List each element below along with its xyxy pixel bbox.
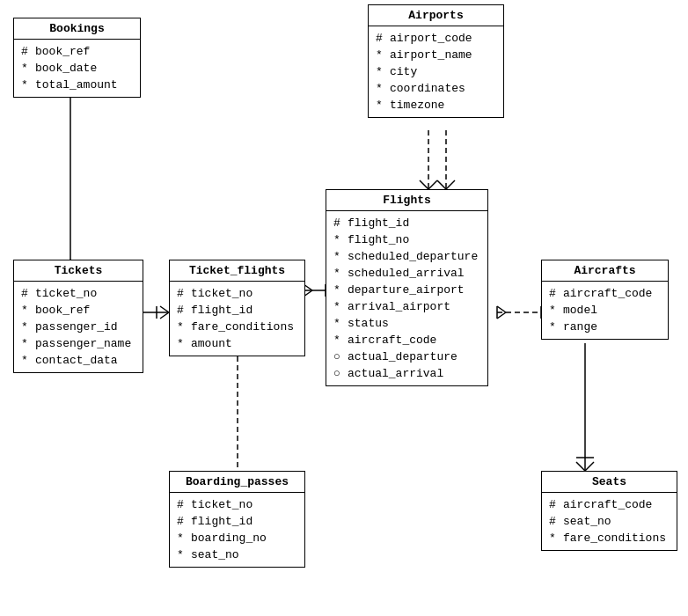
field-tf-flight-id: #flight_id	[177, 302, 297, 319]
entity-airports-title: Airports	[369, 5, 503, 26]
field-book-ref: #book_ref	[21, 43, 133, 60]
svg-line-26	[576, 462, 585, 471]
sym-hash: #	[549, 515, 563, 528]
entity-boarding-passes-body: #ticket_no #flight_id *boarding_no *seat…	[170, 493, 304, 567]
entity-seats: Seats #aircraft_code #seat_no *fare_cond…	[541, 471, 677, 551]
field-actual-dep: ○actual_departure	[333, 348, 480, 365]
entity-aircrafts: Aircrafts #aircraft_code *model *range	[541, 260, 669, 340]
sym-star: *	[177, 532, 191, 545]
field-city: *city	[376, 63, 496, 80]
field-status: *status	[333, 315, 480, 332]
field-ticket-no: #ticket_no	[21, 285, 135, 302]
field-amount: *amount	[177, 335, 297, 352]
entity-airports: Airports #airport_code *airport_name *ci…	[368, 4, 504, 118]
sym-star: *	[333, 317, 348, 330]
entity-ticket-flights: Ticket_flights #ticket_no #flight_id *fa…	[169, 260, 305, 356]
svg-line-18	[437, 180, 446, 189]
sym-star: *	[376, 65, 390, 78]
entity-flights-title: Flights	[326, 190, 487, 211]
field-airport-code: #airport_code	[376, 30, 496, 47]
sym-hash: #	[333, 216, 348, 230]
field-book-ref2: *book_ref	[21, 302, 135, 319]
field-s-aircraft-code: #aircraft_code	[549, 496, 670, 513]
entity-boarding-passes: Boarding_passes #ticket_no #flight_id *b…	[169, 471, 305, 568]
sym-star: *	[21, 78, 35, 92]
sym-hash: #	[177, 287, 191, 300]
sym-hash: #	[177, 304, 191, 317]
field-arr-airport: *arrival_airport	[333, 298, 480, 315]
sym-hash: #	[376, 32, 390, 45]
entity-aircrafts-body: #aircraft_code *model *range	[542, 282, 668, 339]
sym-star: *	[333, 250, 348, 263]
field-aircraft-code: *aircraft_code	[333, 332, 480, 348]
field-flight-no: *flight_no	[333, 231, 480, 248]
sym-star: *	[21, 354, 35, 367]
entity-tickets-title: Tickets	[14, 260, 143, 282]
sym-star: *	[376, 82, 390, 95]
sym-star: *	[376, 99, 390, 112]
sym-star: *	[177, 320, 191, 334]
sym-star: *	[333, 233, 348, 246]
sym-circle: ○	[333, 350, 348, 363]
sym-hash: #	[177, 498, 191, 511]
sym-star: *	[21, 62, 35, 75]
entity-seats-body: #aircraft_code #seat_no *fare_conditions	[542, 493, 677, 550]
sym-star: *	[177, 337, 191, 350]
entity-aircrafts-title: Aircrafts	[542, 260, 668, 282]
svg-line-22	[497, 312, 506, 319]
field-bp-ticket-no: #ticket_no	[177, 496, 297, 513]
field-sched-arr: *scheduled_arrival	[333, 265, 480, 282]
sym-star: *	[21, 320, 35, 334]
entity-boarding-passes-title: Boarding_passes	[170, 472, 304, 493]
field-boarding-no: *boarding_no	[177, 530, 297, 546]
field-timezone: *timezone	[376, 97, 496, 114]
field-airport-name: *airport_name	[376, 47, 496, 63]
entity-tickets-body: #ticket_no *book_ref *passenger_id *pass…	[14, 282, 143, 372]
sym-hash: #	[21, 45, 35, 58]
field-total-amount: *total_amount	[21, 77, 133, 93]
svg-line-27	[585, 462, 594, 471]
sym-star: *	[177, 548, 191, 561]
field-range: *range	[549, 319, 661, 335]
field-bp-flight-id: #flight_id	[177, 513, 297, 530]
svg-line-16	[420, 180, 428, 189]
field-coordinates: *coordinates	[376, 80, 496, 97]
sym-star: *	[549, 304, 563, 317]
field-book-date: *book_date	[21, 60, 133, 77]
svg-line-5	[160, 306, 169, 312]
sym-star: *	[21, 337, 35, 350]
sym-circle: ○	[333, 367, 348, 380]
field-fare-conditions: *fare_conditions	[177, 319, 297, 335]
sym-star: *	[376, 48, 390, 62]
field-dep-airport: *departure_airport	[333, 282, 480, 298]
field-model: *model	[549, 302, 661, 319]
sym-hash: #	[177, 515, 191, 528]
sym-star: *	[333, 300, 348, 313]
field-passenger-id: *passenger_id	[21, 319, 135, 335]
field-seat-no: *seat_no	[177, 546, 297, 563]
sym-star: *	[549, 532, 563, 545]
entity-ticket-flights-title: Ticket_flights	[170, 260, 304, 282]
svg-line-6	[160, 312, 169, 319]
field-flight-id: #flight_id	[333, 215, 480, 231]
sym-star: *	[21, 304, 35, 317]
sym-star: *	[549, 320, 563, 334]
field-sched-dep: *scheduled_departure	[333, 248, 480, 265]
field-tf-ticket-no: #ticket_no	[177, 285, 297, 302]
svg-line-21	[497, 306, 506, 312]
entity-flights: Flights #flight_id *flight_no *scheduled…	[326, 189, 488, 386]
sym-star: *	[333, 334, 348, 347]
entity-bookings-title: Bookings	[14, 18, 140, 40]
sym-star: *	[333, 267, 348, 280]
erd-diagram: Bookings #book_ref *book_date *total_amo…	[0, 0, 688, 616]
sym-hash: #	[549, 498, 563, 511]
entity-tickets: Tickets #ticket_no *book_ref *passenger_…	[13, 260, 143, 373]
svg-line-19	[446, 180, 455, 189]
sym-hash: #	[21, 287, 35, 300]
entity-flights-body: #flight_id *flight_no *scheduled_departu…	[326, 211, 487, 385]
entity-bookings-body: #book_ref *book_date *total_amount	[14, 40, 140, 97]
svg-line-17	[428, 180, 437, 189]
entity-airports-body: #airport_code *airport_name *city *coord…	[369, 26, 503, 117]
field-s-fare-conditions: *fare_conditions	[549, 530, 670, 546]
entity-ticket-flights-body: #ticket_no #flight_id *fare_conditions *…	[170, 282, 304, 356]
